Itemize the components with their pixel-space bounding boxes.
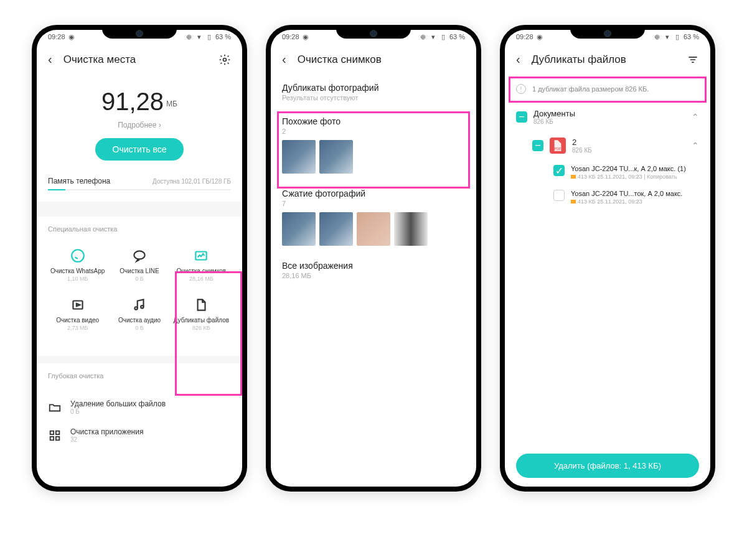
back-icon[interactable]: ‹ <box>282 52 286 67</box>
svg-text:PDF: PDF <box>555 147 562 151</box>
all-images[interactable]: Все изображения28,16 МБ <box>271 253 476 287</box>
battery-icon: ▯ <box>674 33 681 40</box>
details-link[interactable]: Подробнее › <box>37 121 242 129</box>
tile-whatsapp[interactable]: Очистка WhatsApp1,10 МБ <box>48 243 107 287</box>
phone-3: 09:28◉ ⊕▾▯63 % ‹ Дубликаты файлов !1 дуб… <box>500 25 715 492</box>
thumb[interactable] <box>357 212 390 246</box>
status-bar: 09:28◉ ⊕▾▯63 % <box>271 30 476 44</box>
svg-rect-7 <box>50 431 54 434</box>
screen-2: 09:28◉ ⊕▾▯63 % ‹ Очистка снимков Дублика… <box>271 30 476 487</box>
checkbox-icon[interactable]: ✓ <box>553 165 565 176</box>
phone-2: 09:28◉ ⊕▾▯63 % ‹ Очистка снимков Дублика… <box>266 25 481 492</box>
back-icon[interactable]: ‹ <box>48 52 52 67</box>
thumb[interactable] <box>319 212 353 246</box>
content: 91,28МБ Подробнее › Очистить все Память … <box>37 75 242 487</box>
thumbnails <box>282 140 465 174</box>
svg-rect-8 <box>56 431 60 434</box>
folder-icon <box>48 401 62 414</box>
info-banner: !1 дубликат файла размером 826 КБ. <box>505 75 710 103</box>
tile-line[interactable]: Очистка LINE0 Б <box>110 243 169 287</box>
special-section: Специальная очистка Очистка WhatsApp1,10… <box>37 217 242 345</box>
line-icon <box>131 248 148 264</box>
svg-point-5 <box>134 307 137 309</box>
battery-pct: 63 % <box>215 33 231 40</box>
screen-3: 09:28◉ ⊕▾▯63 % ‹ Дубликаты файлов !1 дуб… <box>505 30 710 487</box>
clear-all-button[interactable]: Очистить все <box>95 138 184 161</box>
dup-photos[interactable]: Дубликаты фотографийРезультаты отсутству… <box>271 75 476 109</box>
deep-apps[interactable]: Очистка приложения32 <box>37 421 242 449</box>
similar-photos[interactable]: Похожие фото2 <box>271 109 476 181</box>
vibrate-icon: ⊕ <box>420 33 427 40</box>
chevron-up-icon[interactable]: ⌃ <box>692 141 699 151</box>
checkbox-icon[interactable] <box>553 190 565 201</box>
thumbnails <box>282 212 465 246</box>
status-bar: 09:28◉ ⊕▾▯63 % <box>37 30 242 44</box>
status-bar: 09:28◉ ⊕▾▯63 % <box>505 30 710 44</box>
group-docs[interactable]: − Документы826 КБ ⌃ <box>505 103 710 131</box>
screen-1: 09:28◉ ⊕▾▯63 % ‹ Очистка места 91,28МБ П… <box>37 30 242 487</box>
file-row[interactable]: ✓ Yosan JC-2204 TU...к, А 2,0 макс. (1)4… <box>505 160 710 185</box>
video-icon <box>70 297 86 313</box>
header: ‹ Очистка места <box>37 44 242 75</box>
delete-button[interactable]: Удалить (файлов: 1, 413 КБ) <box>516 454 699 478</box>
checkbox-icon[interactable]: − <box>516 111 527 123</box>
group-sub[interactable]: − PDF 2826 КБ ⌃ <box>505 131 710 160</box>
folder-icon <box>571 200 576 203</box>
deep-section: Глубокая очистка <box>37 363 242 393</box>
battery-icon: ▯ <box>439 33 447 40</box>
content: !1 дубликат файла размером 826 КБ. − Док… <box>505 75 710 487</box>
sync-icon: ◉ <box>302 33 309 40</box>
tile-photos[interactable]: Очистка снимков28,16 МБ <box>172 243 231 287</box>
vibrate-icon: ⊕ <box>654 33 661 40</box>
header: ‹ Очистка снимков <box>271 44 476 75</box>
music-icon <box>131 297 148 313</box>
tile-audio[interactable]: Очистка аудио0 Б <box>110 292 169 336</box>
tiles-grid: Очистка WhatsApp1,10 МБ Очистка LINE0 Б … <box>48 243 231 336</box>
sync-icon: ◉ <box>68 33 75 40</box>
thumb[interactable] <box>282 212 316 246</box>
folder-icon <box>571 175 576 179</box>
thumb[interactable] <box>319 140 353 174</box>
svg-point-6 <box>141 306 143 308</box>
wifi-icon: ▾ <box>430 33 437 40</box>
svg-point-2 <box>134 251 144 259</box>
page-title: Дубликаты файлов <box>532 54 675 66</box>
compress-photos[interactable]: Сжатие фотографий7 <box>271 181 476 253</box>
divider <box>37 356 242 363</box>
page-title: Очистка снимков <box>298 54 465 66</box>
wifi-icon: ▾ <box>195 33 203 40</box>
tile-video[interactable]: Очистка видео2,73 МБ <box>48 292 107 336</box>
svg-rect-10 <box>56 436 60 440</box>
time: 09:28 <box>48 33 65 40</box>
file-icon <box>193 297 209 313</box>
file-row[interactable]: Yosan JC-2204 TU...ток, А 2,0 макс.413 К… <box>505 185 710 210</box>
divider <box>37 202 242 217</box>
filter-icon[interactable] <box>687 54 699 66</box>
image-icon <box>193 248 209 264</box>
thumb[interactable] <box>394 212 428 246</box>
battery-icon: ▯ <box>205 33 213 40</box>
phone-1: 09:28◉ ⊕▾▯63 % ‹ Очистка места 91,28МБ П… <box>32 25 247 492</box>
storage-total: 91,28МБ <box>37 88 242 116</box>
gear-icon[interactable] <box>218 54 231 66</box>
pdf-icon: PDF <box>550 138 566 154</box>
page-title: Очистка места <box>63 54 207 66</box>
memory-row: Память телефонаДоступна 102,01 ГБ/128 ГБ <box>37 177 242 185</box>
back-icon[interactable]: ‹ <box>516 52 520 67</box>
vibrate-icon: ⊕ <box>186 33 193 40</box>
info-icon: ! <box>516 84 526 94</box>
svg-point-0 <box>223 58 227 61</box>
svg-point-1 <box>72 250 84 262</box>
content: Дубликаты фотографийРезультаты отсутству… <box>271 75 476 487</box>
thumb[interactable] <box>282 140 316 174</box>
header: ‹ Дубликаты файлов <box>505 44 710 75</box>
checkbox-icon[interactable]: − <box>532 140 543 151</box>
chevron-up-icon[interactable]: ⌃ <box>692 112 699 122</box>
wifi-icon: ▾ <box>664 33 671 40</box>
deep-large-files[interactable]: Удаление больших файлов0 Б <box>37 393 242 421</box>
tile-duplicates[interactable]: Дубликаты файлов826 КБ <box>172 292 231 336</box>
memory-bar <box>48 189 231 190</box>
svg-rect-9 <box>50 436 54 440</box>
whatsapp-icon <box>70 248 86 264</box>
sync-icon: ◉ <box>536 33 543 40</box>
